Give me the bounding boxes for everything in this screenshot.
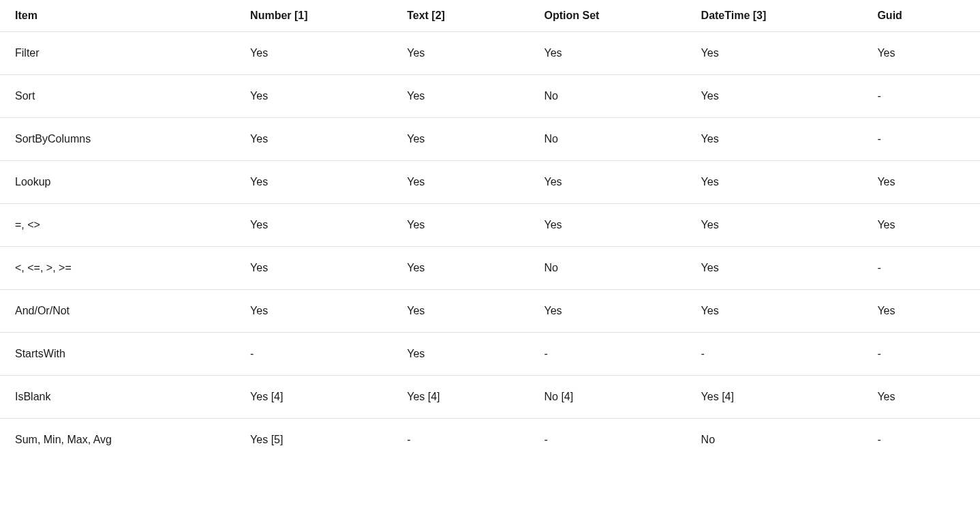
cell-item: Filter — [0, 32, 235, 75]
col-header-text: Text [2] — [392, 0, 529, 32]
table-row: Filter Yes Yes Yes Yes Yes — [0, 32, 980, 75]
table-row: And/Or/Not Yes Yes Yes Yes Yes — [0, 290, 980, 333]
cell-value: Yes [4] — [686, 376, 863, 419]
cell-value: Yes — [392, 204, 529, 247]
cell-value: Yes — [862, 204, 980, 247]
cell-value: Yes — [686, 290, 863, 333]
cell-value: - — [862, 75, 980, 118]
cell-value: - — [862, 333, 980, 376]
cell-value: Yes — [530, 204, 686, 247]
table-row: IsBlank Yes [4] Yes [4] No [4] Yes [4] Y… — [0, 376, 980, 419]
cell-value: Yes — [862, 376, 980, 419]
cell-item: Sort — [0, 75, 235, 118]
table-row: SortByColumns Yes Yes No Yes - — [0, 118, 980, 161]
cell-item: SortByColumns — [0, 118, 235, 161]
cell-value: - — [530, 333, 686, 376]
col-header-number: Number [1] — [235, 0, 392, 32]
cell-value: Yes — [686, 161, 863, 204]
cell-value: Yes — [686, 32, 863, 75]
col-header-item: Item — [0, 0, 235, 32]
cell-value: - — [862, 419, 980, 462]
cell-value: Yes — [686, 75, 863, 118]
delegation-support-table: Item Number [1] Text [2] Option Set Date… — [0, 0, 980, 461]
table-header: Item Number [1] Text [2] Option Set Date… — [0, 0, 980, 32]
cell-value: No — [686, 419, 863, 462]
cell-value: Yes — [530, 32, 686, 75]
cell-value: Yes — [686, 118, 863, 161]
cell-item: StartsWith — [0, 333, 235, 376]
cell-value: Yes [4] — [392, 376, 529, 419]
cell-value: - — [530, 419, 686, 462]
table-body: Filter Yes Yes Yes Yes Yes Sort Yes Yes … — [0, 32, 980, 462]
table-row: Sum, Min, Max, Avg Yes [5] - - No - — [0, 419, 980, 462]
cell-value: Yes — [235, 290, 392, 333]
cell-value: Yes — [392, 75, 529, 118]
cell-value: - — [686, 333, 863, 376]
table-row: <, <=, >, >= Yes Yes No Yes - — [0, 247, 980, 290]
cell-item: And/Or/Not — [0, 290, 235, 333]
cell-value: Yes — [530, 290, 686, 333]
cell-value: - — [235, 333, 392, 376]
cell-value: Yes — [235, 247, 392, 290]
cell-value: Yes — [235, 204, 392, 247]
col-header-datetime: DateTime [3] — [686, 0, 863, 32]
table-header-row: Item Number [1] Text [2] Option Set Date… — [0, 0, 980, 32]
cell-value: Yes — [235, 75, 392, 118]
cell-value: No — [530, 247, 686, 290]
cell-item: <, <=, >, >= — [0, 247, 235, 290]
table-row: StartsWith - Yes - - - — [0, 333, 980, 376]
cell-value: - — [862, 247, 980, 290]
cell-value: Yes — [862, 290, 980, 333]
cell-value: Yes — [392, 118, 529, 161]
cell-item: =, <> — [0, 204, 235, 247]
cell-value: Yes — [392, 32, 529, 75]
table-row: Lookup Yes Yes Yes Yes Yes — [0, 161, 980, 204]
cell-value: No — [530, 75, 686, 118]
cell-value: No — [530, 118, 686, 161]
cell-value: Yes [5] — [235, 419, 392, 462]
cell-value: Yes — [392, 247, 529, 290]
cell-value: Yes — [392, 333, 529, 376]
cell-value: Yes — [392, 161, 529, 204]
cell-value: Yes — [530, 161, 686, 204]
cell-value: Yes — [686, 247, 863, 290]
cell-value: Yes [4] — [235, 376, 392, 419]
cell-value: Yes — [235, 161, 392, 204]
cell-value: - — [862, 118, 980, 161]
cell-value: Yes — [862, 32, 980, 75]
cell-value: Yes — [392, 290, 529, 333]
cell-item: IsBlank — [0, 376, 235, 419]
cell-item: Sum, Min, Max, Avg — [0, 419, 235, 462]
col-header-option-set: Option Set — [530, 0, 686, 32]
cell-value: Yes — [235, 118, 392, 161]
cell-value: Yes — [235, 32, 392, 75]
cell-value: - — [392, 419, 529, 462]
cell-item: Lookup — [0, 161, 235, 204]
cell-value: No [4] — [530, 376, 686, 419]
col-header-guid: Guid — [862, 0, 980, 32]
cell-value: Yes — [686, 204, 863, 247]
cell-value: Yes — [862, 161, 980, 204]
table-row: Sort Yes Yes No Yes - — [0, 75, 980, 118]
table-row: =, <> Yes Yes Yes Yes Yes — [0, 204, 980, 247]
